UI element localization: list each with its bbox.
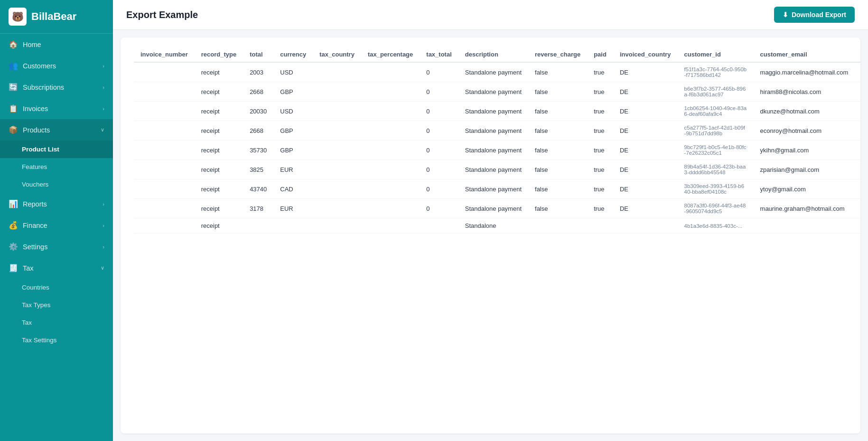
cell-invoice_number bbox=[134, 218, 195, 234]
col-header-invoice_number: invoice_number bbox=[134, 47, 195, 62]
cell-record_type: receipt bbox=[195, 62, 243, 82]
cell-invoiced_country bbox=[613, 218, 678, 234]
cell-currency: USD bbox=[273, 102, 313, 121]
sidebar-subitem-vouchers[interactable]: Vouchers bbox=[0, 176, 113, 193]
chevron-down-icon: ∨ bbox=[101, 127, 104, 133]
cell-currency: GBP bbox=[273, 121, 313, 141]
cell-reverse_charge: false bbox=[528, 199, 587, 218]
cell-invoiced_country: DE bbox=[613, 121, 678, 141]
cell-reverse_charge bbox=[528, 218, 587, 234]
sidebar-item-settings[interactable]: ⚙️ Settings › bbox=[0, 236, 113, 257]
cell-paid: true bbox=[587, 179, 613, 199]
sidebar-item-customers[interactable]: 👥 Customers › bbox=[0, 55, 113, 76]
cell-custom: BW bbox=[855, 179, 860, 199]
cell-tax_total: 0 bbox=[420, 62, 458, 82]
sidebar-subitem-tax-types[interactable]: Tax Types bbox=[0, 296, 113, 314]
cell-tax_percentage bbox=[361, 82, 420, 102]
cell-total: 35730 bbox=[243, 141, 273, 160]
cell-record_type: receipt bbox=[195, 102, 243, 121]
table-row: receipt35730GBP0Standalone paymentfalset… bbox=[134, 141, 860, 160]
cell-custom: FO bbox=[855, 121, 860, 141]
cell-tax_percentage bbox=[361, 199, 420, 218]
cell-customer_id: c5a277f5-1acf-42d1-b09f-9b751d7dd98b bbox=[678, 121, 754, 141]
main-content: Export Example ⬇ Download Export invoice… bbox=[113, 0, 868, 441]
cell-invoiced_country: DE bbox=[613, 160, 678, 179]
cell-tax_total: 0 bbox=[420, 160, 458, 179]
cell-currency: CAD bbox=[273, 179, 313, 199]
col-header-description: description bbox=[458, 47, 528, 62]
cell-customer_email: maurine.graham@hotmail.com bbox=[754, 199, 855, 218]
cell-record_type: receipt bbox=[195, 141, 243, 160]
settings-icon: ⚙️ bbox=[9, 242, 18, 251]
cell-customer_id: 89b4a54f-1d36-423b-baa3-dddd6bb45548 bbox=[678, 160, 754, 179]
cell-description: Standalone bbox=[458, 218, 528, 234]
cell-description: Standalone payment bbox=[458, 121, 528, 141]
page-title: Export Example bbox=[126, 9, 198, 20]
sidebar-subitem-tax-settings[interactable]: Tax Settings bbox=[0, 331, 113, 349]
cell-customer_id: 3b309eed-3993-4159-b640-bba8ef04108c bbox=[678, 179, 754, 199]
cell-customer_id: 1cb06254-1040-49ce-83a6-deaf60afa9c4 bbox=[678, 102, 754, 121]
cell-invoice_number bbox=[134, 199, 195, 218]
cell-tax_total bbox=[420, 218, 458, 234]
cell-tax_country bbox=[313, 62, 361, 82]
cell-paid: true bbox=[587, 141, 613, 160]
sidebar-item-label: Home bbox=[23, 41, 41, 48]
col-header-record_type: record_type bbox=[195, 47, 243, 62]
cell-currency: USD bbox=[273, 62, 313, 82]
sidebar-subitem-product-list[interactable]: Product List bbox=[0, 141, 113, 158]
cell-invoiced_country: DE bbox=[613, 62, 678, 82]
cell-customer_email: ytoy@gmail.com bbox=[754, 179, 855, 199]
col-header-customer_email: customer_email bbox=[754, 47, 855, 62]
sidebar-item-subscriptions[interactable]: 🔄 Subscriptions › bbox=[0, 76, 113, 98]
col-header-tax_total: tax_total bbox=[420, 47, 458, 62]
cell-customer_id: f51f1a3c-7764-45c0-950b-f717586bd142 bbox=[678, 62, 754, 82]
cell-customer_email: econroy@hotmail.com bbox=[754, 121, 855, 141]
sidebar-item-finance[interactable]: 💰 Finance › bbox=[0, 215, 113, 236]
products-icon: 📦 bbox=[9, 125, 18, 134]
col-header-tax_percentage: tax_percentage bbox=[361, 47, 420, 62]
sidebar-item-label: Finance bbox=[23, 222, 47, 229]
cell-custom: GU bbox=[855, 62, 860, 82]
sidebar-subitem-label: Tax Settings bbox=[22, 337, 57, 344]
sidebar-item-label: Products bbox=[23, 126, 50, 134]
sidebar-subitem-tax-item[interactable]: Tax bbox=[0, 314, 113, 331]
download-icon: ⬇ bbox=[783, 11, 788, 19]
cell-total: 43740 bbox=[243, 179, 273, 199]
topbar: Export Example ⬇ Download Export bbox=[113, 0, 868, 30]
logo-text: BillaBear bbox=[31, 10, 76, 23]
sidebar-item-reports[interactable]: 📊 Reports › bbox=[0, 193, 113, 215]
sidebar-subitem-label: Tax bbox=[22, 319, 32, 326]
cell-invoice_number bbox=[134, 160, 195, 179]
cell-tax_total: 0 bbox=[420, 141, 458, 160]
cell-tax_total: 0 bbox=[420, 82, 458, 102]
sidebar-item-tax[interactable]: 🧾 Tax ∨ bbox=[0, 257, 113, 279]
cell-description: Standalone payment bbox=[458, 179, 528, 199]
cell-record_type: receipt bbox=[195, 199, 243, 218]
cell-tax_country bbox=[313, 82, 361, 102]
cell-invoice_number bbox=[134, 141, 195, 160]
cell-total: 3178 bbox=[243, 199, 273, 218]
cell-tax_country bbox=[313, 160, 361, 179]
cell-paid: true bbox=[587, 121, 613, 141]
sidebar-item-home[interactable]: 🏠 Home bbox=[0, 34, 113, 55]
cell-invoice_number bbox=[134, 62, 195, 82]
sidebar-item-invoices[interactable]: 📋 Invoices › bbox=[0, 98, 113, 119]
cell-tax_percentage bbox=[361, 160, 420, 179]
sidebar-subitem-features[interactable]: Features bbox=[0, 158, 113, 176]
cell-record_type: receipt bbox=[195, 179, 243, 199]
cell-custom: MY bbox=[855, 82, 860, 102]
cell-custom: AT bbox=[855, 102, 860, 121]
cell-customer_email: maggio.marcelina@hotmail.com bbox=[754, 62, 855, 82]
cell-reverse_charge: false bbox=[528, 102, 587, 121]
sidebar-subitem-countries[interactable]: Countries bbox=[0, 279, 113, 296]
chevron-right-icon: › bbox=[103, 244, 104, 250]
sidebar-subitem-label: Countries bbox=[22, 284, 49, 291]
export-table-container[interactable]: invoice_numberrecord_typetotalcurrencyta… bbox=[121, 38, 860, 433]
cell-currency: GBP bbox=[273, 82, 313, 102]
table-row: receipt3178EUR0Standalone paymentfalsetr… bbox=[134, 199, 860, 218]
sidebar-item-products[interactable]: 📦 Products ∨ bbox=[0, 119, 113, 141]
cell-invoiced_country: DE bbox=[613, 82, 678, 102]
cell-reverse_charge: false bbox=[528, 62, 587, 82]
cell-customer_email: ykihn@gmail.com bbox=[754, 141, 855, 160]
download-export-button[interactable]: ⬇ Download Export bbox=[774, 7, 855, 23]
